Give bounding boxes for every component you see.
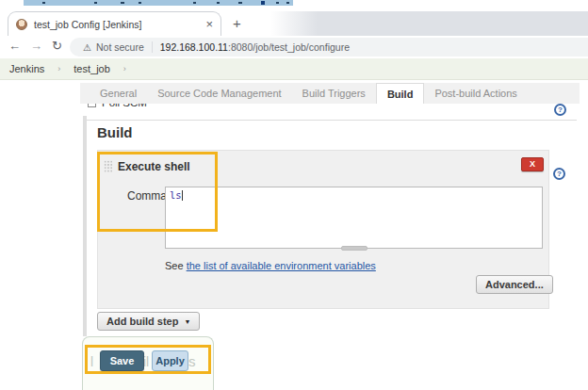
- add-build-step-label: Add build step: [106, 316, 178, 327]
- tab-close-icon[interactable]: ×: [205, 18, 213, 30]
- tab-general[interactable]: General: [90, 83, 147, 104]
- bottom-save-bar: l il s Save Apply: [82, 336, 214, 390]
- poll-scm-row: Poll SCM: [80, 104, 542, 116]
- address-bar[interactable]: ⚠ Not secure 192.168.100.11 :8080/job/te…: [70, 38, 588, 57]
- back-icon[interactable]: ←: [8, 39, 21, 53]
- help-icon[interactable]: ?: [554, 104, 566, 116]
- tab-title: test_job Config [Jenkins]: [34, 19, 205, 30]
- add-build-step-button[interactable]: Add build step ▼: [97, 312, 200, 331]
- address-divider: [152, 41, 153, 53]
- breadcrumb-item-test-job[interactable]: test_job: [74, 63, 110, 74]
- poll-scm-label: Poll SCM: [102, 104, 147, 108]
- config-tab-bar: General Source Code Management Build Tri…: [80, 83, 580, 104]
- breadcrumb-item-jenkins[interactable]: Jenkins: [9, 63, 44, 74]
- command-text: ls: [170, 189, 182, 201]
- breadcrumb: Jenkins › test_job ›: [0, 58, 588, 80]
- tab-post-build-actions[interactable]: Post-build Actions: [424, 83, 527, 104]
- browser-toolbar: ← → ↻ ⚠ Not secure 192.168.100.11 :8080/…: [0, 36, 588, 58]
- help-icon[interactable]: ?: [553, 168, 565, 180]
- tab-source-code-management[interactable]: Source Code Management: [147, 83, 291, 104]
- command-textarea[interactable]: ls: [165, 187, 543, 249]
- build-section-heading: Build: [97, 124, 133, 140]
- poll-scm-checkbox[interactable]: [88, 104, 96, 107]
- build-step-title: Execute shell: [118, 160, 190, 173]
- browser-tab-strip: test_job Config [Jenkins] × +: [0, 11, 588, 36]
- caret-down-icon: ▼: [184, 318, 190, 325]
- section-drag-track: [83, 106, 87, 336]
- textarea-resize-handle[interactable]: [341, 246, 368, 251]
- see-prefix: See: [165, 260, 187, 271]
- section-divider: [85, 120, 577, 121]
- jenkins-favicon-icon: [16, 19, 27, 30]
- security-label: Not secure: [96, 41, 144, 53]
- reload-icon[interactable]: ↻: [52, 39, 62, 53]
- breadcrumb-arrow-icon: ›: [57, 64, 60, 73]
- advanced-button[interactable]: Advanced...: [476, 275, 553, 294]
- ghost-text: s: [188, 353, 196, 369]
- drag-handle-icon[interactable]: [104, 160, 113, 172]
- forward-icon[interactable]: →: [30, 39, 42, 53]
- text-selection-strip: [24, 0, 293, 6]
- url-path: :8080/job/test_job/configure: [228, 41, 350, 53]
- apply-button[interactable]: Apply: [152, 350, 188, 371]
- env-vars-hint: See the list of available environment va…: [165, 260, 376, 271]
- new-tab-icon[interactable]: +: [233, 15, 241, 31]
- url-host: 192.168.100.11: [160, 41, 228, 53]
- save-button[interactable]: Save: [100, 350, 144, 371]
- text-cursor: [182, 190, 183, 201]
- browser-tab[interactable]: test_job Config [Jenkins] ×: [8, 11, 221, 36]
- delete-step-button[interactable]: X: [521, 157, 544, 171]
- build-step-panel: Execute shell X Command ls See the list …: [97, 150, 549, 309]
- jenkins-configure-screen: test_job Config [Jenkins] × + ← → ↻ ⚠ No…: [0, 0, 588, 390]
- not-secure-warning-icon: ⚠: [83, 42, 91, 53]
- env-vars-link[interactable]: the list of available environment variab…: [187, 260, 376, 271]
- ghost-text: l: [90, 354, 93, 369]
- breadcrumb-arrow-icon: ›: [123, 64, 126, 73]
- tab-build-triggers[interactable]: Build Triggers: [292, 83, 376, 104]
